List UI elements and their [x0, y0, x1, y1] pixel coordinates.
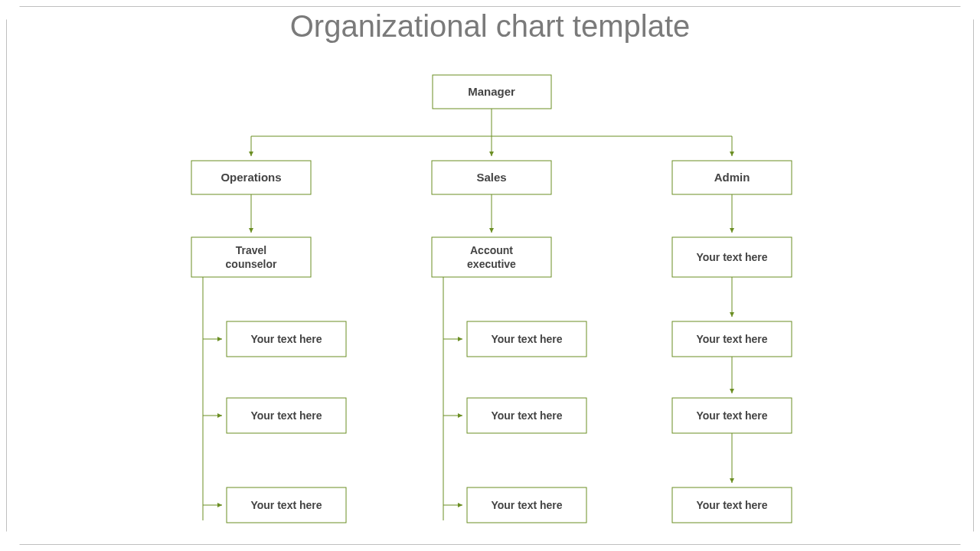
org-chart: Manager Operations Sales Admin Travel co… [0, 0, 980, 551]
node-admin-child-3-label: Your text here [696, 499, 767, 511]
node-operations-label: Operations [220, 171, 281, 184]
node-account-executive-label-1: Account [470, 244, 513, 256]
node-travel-counselor-label-1: Travel [236, 244, 266, 256]
node-sales-child-2-label: Your text here [491, 409, 562, 422]
node-admin-child-1-label: Your text here [696, 333, 767, 345]
node-manager-label: Manager [468, 85, 515, 98]
node-admin-child-2-label: Your text here [696, 409, 767, 422]
node-account-executive-label-2: executive [467, 258, 516, 270]
node-travel-counselor-label-2: counselor [226, 258, 277, 270]
node-ops-child-2-label: Your text here [250, 409, 322, 422]
node-sales-child-3-label: Your text here [491, 499, 562, 511]
node-sales-child-1-label: Your text here [491, 333, 562, 345]
node-sales-label: Sales [476, 171, 506, 184]
node-admin-label: Admin [714, 171, 750, 184]
node-admin-role-label: Your text here [696, 251, 767, 263]
node-ops-child-1-label: Your text here [250, 333, 322, 345]
node-ops-child-3-label: Your text here [250, 499, 322, 511]
